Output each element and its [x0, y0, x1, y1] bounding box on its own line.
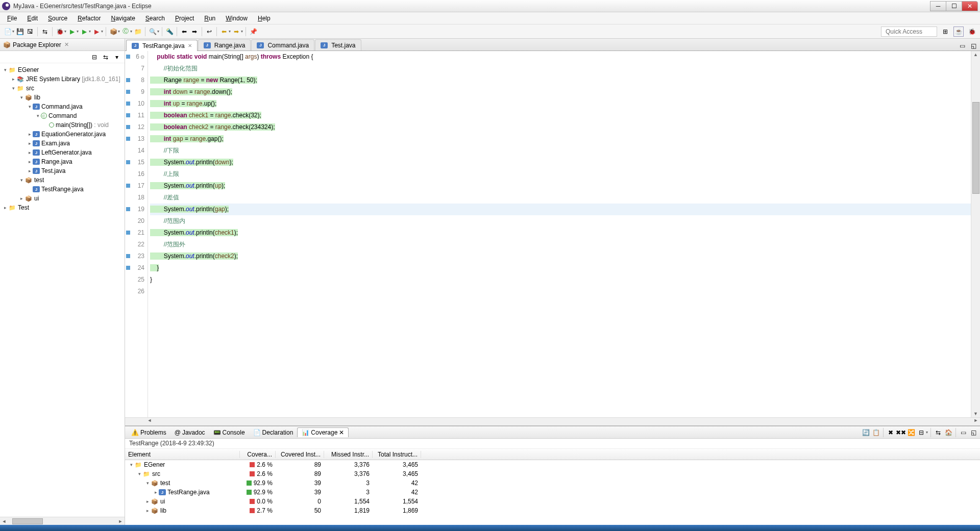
merge-button[interactable]: 🔀 — [906, 428, 916, 437]
bottom-panel: ⚠️Problems@Javadoc📟Console📄Declaration📊C… — [125, 425, 980, 525]
tree-node[interactable]: ▸📁Test — [0, 203, 125, 212]
tree-node[interactable]: ▸JEquationGenerator.java — [0, 130, 125, 139]
coverage-row[interactable]: ▸JTestRange.java92.9 %39342 — [125, 488, 980, 497]
editor-maximize-button[interactable]: ◱ — [969, 41, 978, 50]
tree-node[interactable]: ▾📦test — [0, 175, 125, 185]
tree-node[interactable]: ▸JLeftGenerator.java — [0, 148, 125, 157]
close-button[interactable]: ✕ — [962, 1, 978, 11]
remove-button[interactable]: ✖ — [886, 428, 895, 437]
col-missed[interactable]: Missed Instr... — [324, 451, 373, 458]
minimize-button[interactable]: ─ — [930, 1, 946, 11]
tree-node[interactable]: ▸JTest.java — [0, 166, 125, 175]
menu-file[interactable]: File — [2, 13, 22, 23]
titlebar: MyJava - EGener/src/test/TestRange.java … — [0, 0, 980, 12]
coverage-button[interactable]: ▶ — [80, 27, 89, 36]
new-button[interactable]: 📄 — [3, 27, 12, 36]
collapse-button[interactable]: ⊟ — [917, 428, 926, 437]
tree-node[interactable]: ▾📦lib — [0, 93, 125, 102]
open-perspective-button[interactable]: ⊞ — [940, 27, 950, 37]
debug-perspective-button[interactable]: 🐞 — [967, 27, 977, 37]
editor-vertical-scrollbar[interactable]: ▲ ▼ — [971, 51, 980, 417]
forward-button[interactable]: ➡ — [232, 27, 241, 36]
coverage-row[interactable]: ▾📁EGener2.6 %893,3763,465 — [125, 460, 980, 469]
link-button[interactable]: ⇆ — [934, 428, 943, 437]
coverage-table[interactable]: Element Covera... Covered Inst... Missed… — [125, 449, 980, 525]
code-editor[interactable]: public static void main(String[] args) t… — [148, 51, 971, 417]
tree-node[interactable]: main(String[]) : void — [0, 120, 125, 130]
save-all-button[interactable]: 🖫 — [26, 27, 35, 36]
menu-window[interactable]: Window — [220, 13, 253, 23]
prev-edit-button[interactable]: ↩ — [205, 27, 214, 36]
remove-all-button[interactable]: ✖✖ — [896, 428, 905, 437]
sidebar-scrollbar[interactable]: ◄ ► — [0, 517, 125, 525]
tree-node[interactable]: ▾CCommand — [0, 111, 125, 120]
back-button[interactable]: ⬅ — [219, 27, 229, 36]
menu-search[interactable]: Search — [140, 13, 170, 23]
menu-navigate[interactable]: Navigate — [106, 13, 140, 23]
editor-tabs: JTestRange.java✕JRange.javaJCommand.java… — [125, 39, 980, 51]
java-perspective-button[interactable]: ☕ — [953, 27, 964, 37]
coverage-row[interactable]: ▾📁src2.6 %893,3763,465 — [125, 469, 980, 478]
menu-edit[interactable]: Edit — [22, 13, 43, 23]
switch-button[interactable]: ⇆ — [40, 27, 50, 36]
prev-annotation-button[interactable]: ⬅ — [180, 27, 189, 36]
relaunch-button[interactable]: 🔄 — [861, 428, 870, 437]
tree-node[interactable]: ▾JCommand.java — [0, 102, 125, 111]
tab-console[interactable]: 📟Console — [209, 428, 249, 437]
coverage-row[interactable]: ▸📦ui0.0 %01,5541,554 — [125, 497, 980, 506]
tab-problems[interactable]: ⚠️Problems — [127, 428, 170, 437]
save-button[interactable]: 💾 — [15, 27, 24, 36]
external-button[interactable]: ▶ — [92, 27, 101, 36]
menu-source[interactable]: Source — [43, 13, 72, 23]
open-type-button[interactable]: 🔍 — [148, 27, 157, 36]
search-button[interactable]: 🔦 — [165, 27, 174, 36]
editor-horizontal-scrollbar[interactable]: ◄ ► — [125, 417, 980, 425]
editor-tab[interactable]: JRange.java — [198, 39, 251, 50]
tab-javadoc[interactable]: @Javadoc — [170, 428, 209, 437]
coverage-header[interactable]: Element Covera... Covered Inst... Missed… — [125, 449, 980, 460]
tab-declaration[interactable]: 📄Declaration — [249, 428, 298, 437]
editor-tab[interactable]: JTest.java — [315, 39, 361, 50]
quick-access-input[interactable] — [881, 27, 937, 37]
tab-coverage[interactable]: 📊Coverage ✕ — [297, 427, 349, 437]
tree-node[interactable]: ▾📁EGener — [0, 65, 125, 74]
coverage-row[interactable]: ▾📦test92.9 %39342 — [125, 478, 980, 488]
editor-tab[interactable]: JTestRange.java✕ — [126, 40, 198, 51]
project-tree[interactable]: ▾📁EGener▸📚JRE System Library [jdk1.8.0_1… — [0, 63, 125, 517]
tree-node[interactable]: ▾📁src — [0, 84, 125, 93]
new-package-button[interactable]: 📦 — [109, 27, 118, 36]
run-button[interactable]: ▶ — [67, 27, 77, 36]
debug-button[interactable]: 🐞 — [55, 27, 64, 36]
tree-node[interactable]: ▸JExam.java — [0, 139, 125, 148]
col-element[interactable]: Element — [125, 451, 240, 458]
menu-project[interactable]: Project — [170, 13, 199, 23]
tree-node[interactable]: JTestRange.java — [0, 185, 125, 194]
panel-minimize-button[interactable]: ▭ — [959, 428, 968, 437]
panel-maximize-button[interactable]: ◱ — [969, 428, 978, 437]
col-total[interactable]: Total Instruct... — [373, 451, 421, 458]
tree-node[interactable]: ▸📚JRE System Library [jdk1.8.0_161] — [0, 74, 125, 84]
collapse-all-button[interactable]: ⊟ — [90, 53, 99, 62]
tree-node[interactable]: ▸📦ui — [0, 194, 125, 203]
new-class-button[interactable]: Ⓒ — [121, 27, 130, 36]
col-coverage[interactable]: Covera... — [240, 451, 276, 458]
new-folder-button[interactable]: 📁 — [133, 27, 142, 36]
line-gutter[interactable]: 6⊖7891011121314151617181920212223242526 — [125, 51, 148, 417]
coverage-row[interactable]: ▸📦lib2.7 %501,8191,869 — [125, 506, 980, 515]
pin-button[interactable]: 📌 — [249, 27, 258, 36]
editor-tab[interactable]: JCommand.java — [251, 39, 314, 50]
dump-button[interactable]: 📋 — [871, 428, 880, 437]
menu-help[interactable]: Help — [253, 13, 276, 23]
maximize-button[interactable]: ☐ — [946, 1, 962, 11]
editor-minimize-button[interactable]: ▭ — [958, 41, 967, 50]
col-covered[interactable]: Covered Inst... — [276, 451, 324, 458]
menu-refactor[interactable]: Refactor — [72, 13, 106, 23]
view-close-button[interactable]: ✕ — [63, 41, 70, 48]
link-editor-button[interactable]: ⇆ — [101, 53, 110, 62]
taskbar[interactable] — [0, 525, 980, 531]
hide-button[interactable]: 🏠 — [944, 428, 953, 437]
menu-run[interactable]: Run — [199, 13, 220, 23]
view-menu-button[interactable]: ▾ — [112, 53, 121, 62]
next-annotation-button[interactable]: ➡ — [190, 27, 199, 36]
tree-node[interactable]: ▸JRange.java — [0, 157, 125, 166]
